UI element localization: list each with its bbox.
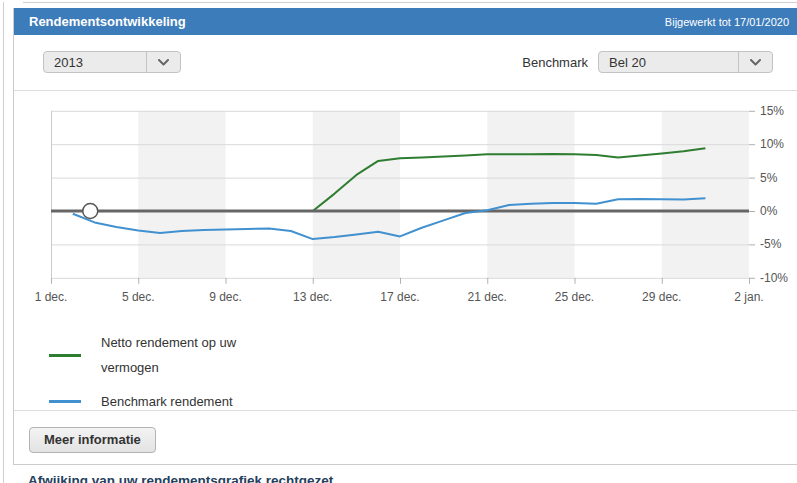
- series-start-marker: [83, 204, 98, 219]
- page-top-border: [23, 2, 797, 3]
- page-left-border: [3, 2, 4, 483]
- x-tick-label: 1 dec.: [35, 290, 68, 304]
- updated-label: Bijgewerkt tot 17/01/2020: [665, 16, 789, 28]
- benchmark-select[interactable]: Bel 20: [598, 51, 773, 73]
- legend-divider: [14, 410, 797, 411]
- x-tick-label: 5 dec.: [122, 290, 155, 304]
- year-select-value: 2013: [44, 55, 146, 70]
- net-return-swatch: [49, 354, 81, 357]
- legend-item-net-return[interactable]: Netto rendement op uw vermogen: [49, 330, 236, 380]
- chevron-down-icon: [738, 52, 772, 72]
- returns-panel: Rendementsontwikkeling Bijgewerkt tot 17…: [13, 8, 797, 465]
- x-tick-label: 2 jan.: [734, 290, 763, 304]
- x-tick-label: 25 dec.: [555, 290, 594, 304]
- y-tick-label: 0%: [760, 204, 778, 218]
- plot-band: [662, 111, 749, 278]
- x-tick-label: 29 dec.: [642, 290, 681, 304]
- year-select[interactable]: 2013: [43, 51, 181, 73]
- panel-title: Rendementsontwikkeling: [29, 14, 186, 29]
- plot-band: [138, 111, 225, 278]
- x-tick-label: 17 dec.: [380, 290, 419, 304]
- y-tick-label: 5%: [760, 171, 778, 185]
- footer-heading: Afwijking van uw rendementsgrafiek recht…: [28, 473, 333, 483]
- legend-label: Netto rendement op uw vermogen: [101, 330, 236, 380]
- returns-chart: 1 dec.5 dec.9 dec.13 dec.17 dec.21 dec.2…: [14, 92, 797, 322]
- x-tick-label: 9 dec.: [209, 290, 242, 304]
- x-tick-label: 21 dec.: [468, 290, 507, 304]
- plot-band: [313, 111, 400, 278]
- benchmark-label: Benchmark: [444, 55, 588, 70]
- y-tick-label: -5%: [760, 237, 782, 251]
- x-tick-label: 13 dec.: [293, 290, 332, 304]
- y-tick-label: 10%: [760, 137, 784, 151]
- benchmark-select-value: Bel 20: [599, 55, 738, 70]
- y-tick-label: -10%: [760, 271, 788, 285]
- plot-band: [487, 111, 574, 278]
- panel-header: Rendementsontwikkeling Bijgewerkt tot 17…: [14, 8, 797, 35]
- chevron-down-icon: [146, 52, 180, 72]
- more-info-button[interactable]: Meer informatie: [29, 427, 156, 453]
- benchmark-swatch: [49, 400, 81, 403]
- y-tick-label: 15%: [760, 104, 784, 118]
- controls-divider: [14, 90, 797, 91]
